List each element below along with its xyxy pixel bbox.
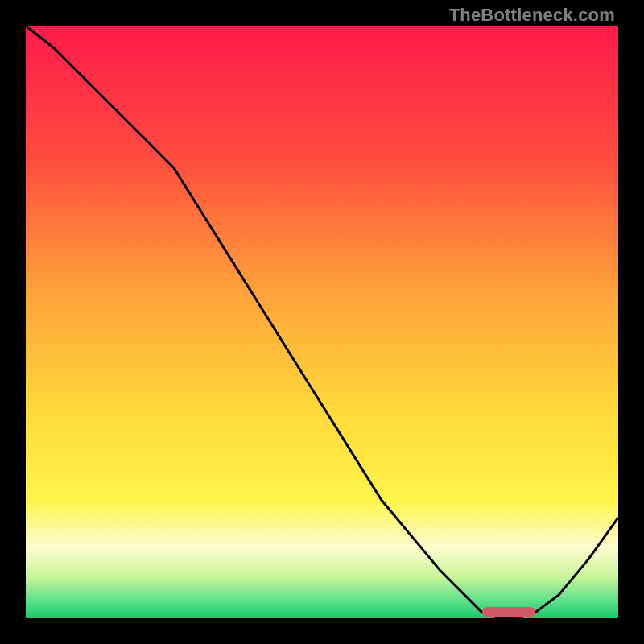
chart-area: [26, 26, 618, 618]
optimal-range-marker: [482, 607, 535, 617]
bottleneck-curve: [26, 26, 618, 618]
curve-path: [26, 26, 618, 618]
watermark-text: TheBottleneck.com: [449, 5, 615, 26]
